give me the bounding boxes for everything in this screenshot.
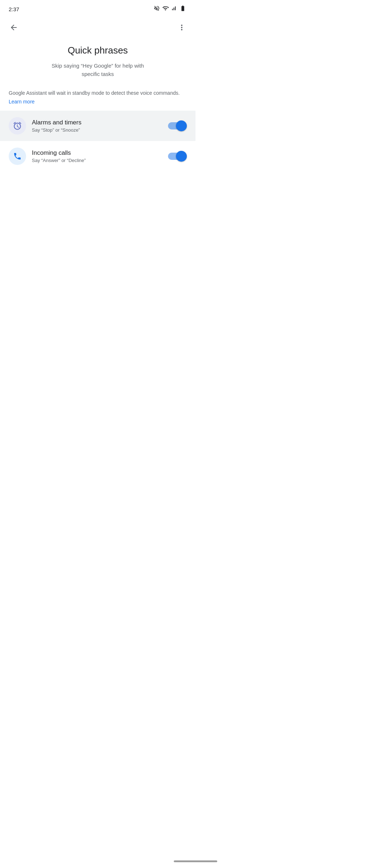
page-title: Quick phrases (14, 45, 181, 56)
description-text: Google Assistant will wait in standby mo… (9, 89, 187, 97)
learn-more-link[interactable]: Learn more (9, 99, 35, 105)
status-bar: 2:37 (0, 0, 196, 17)
top-nav (0, 17, 196, 38)
signal-icon (171, 5, 177, 13)
toggle-thumb-calls (176, 151, 187, 162)
alarms-timers-subtitle: Say “Stop” or “Snooze” (32, 127, 162, 133)
alarms-timers-toggle[interactable] (168, 120, 187, 131)
phone-icon (13, 152, 22, 161)
mute-icon (154, 5, 160, 13)
status-time: 2:37 (9, 6, 19, 12)
page-title-section: Quick phrases Skip saying “Hey Google” f… (0, 38, 196, 82)
incoming-calls-toggle[interactable] (168, 151, 187, 162)
back-button[interactable] (6, 20, 22, 35)
alarm-clock-icon (13, 121, 22, 131)
incoming-calls-text: Incoming calls Say “Answer” or “Decline” (32, 149, 162, 163)
battery-icon (179, 5, 187, 13)
incoming-calls-title: Incoming calls (32, 149, 162, 157)
description-block: Google Assistant will wait in standby mo… (0, 82, 196, 111)
phone-icon-circle (9, 148, 26, 165)
setting-item-incoming-calls[interactable]: Incoming calls Say “Answer” or “Decline” (0, 141, 196, 171)
status-icons (154, 5, 187, 13)
settings-list: Alarms and timers Say “Stop” or “Snooze”… (0, 111, 196, 171)
wifi-icon (162, 5, 169, 13)
alarm-icon-circle (9, 117, 26, 135)
alarms-timers-text: Alarms and timers Say “Stop” or “Snooze” (32, 119, 162, 133)
more-options-button[interactable] (174, 20, 190, 35)
alarms-timers-title: Alarms and timers (32, 119, 162, 126)
incoming-calls-subtitle: Say “Answer” or “Decline” (32, 158, 162, 163)
setting-item-alarms-timers[interactable]: Alarms and timers Say “Stop” or “Snooze” (0, 111, 196, 141)
page-subtitle: Skip saying “Hey Google” for help withsp… (14, 62, 181, 78)
toggle-thumb (176, 120, 187, 131)
